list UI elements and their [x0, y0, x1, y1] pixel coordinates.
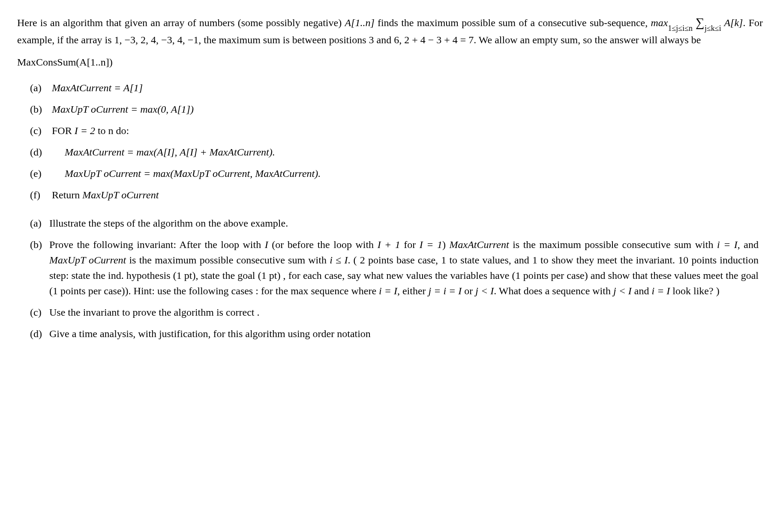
question-text: Prove the following invariant: After the…: [49, 237, 759, 299]
question-label: (b): [30, 237, 49, 252]
algo-step-b: (b) MaxUpT oCurrent = max(0, A[1]): [30, 102, 763, 117]
step-label: (a): [30, 80, 49, 96]
algo-step-a: (a) MaxAtCurrent = A[1]: [30, 80, 763, 96]
step-label: (d): [30, 144, 49, 160]
intro-sum-sub: j≤k≤i: [705, 24, 721, 33]
step-text: MaxAtCurrent = A[1]: [52, 82, 143, 93]
sigma-icon: ∑: [696, 15, 705, 29]
step-label: (b): [30, 102, 49, 117]
question-d: (d)Give a time analysis, with justificat…: [30, 326, 763, 341]
question-a: (a)Illustrate the steps of the algorithm…: [30, 215, 763, 231]
question-label: (d): [30, 326, 49, 341]
step-text: MaxUpT oCurrent = max(MaxUpT oCurrent, M…: [52, 168, 321, 179]
intro-max-sub: 1≤j≤i≤n: [668, 24, 693, 33]
step-label: (c): [30, 123, 49, 138]
question-text: Use the invariant to prove the algorithm…: [49, 305, 759, 320]
algo-step-c: (c) FOR I = 2 to n do:: [30, 123, 763, 138]
step-text-post: to n do:: [95, 125, 129, 136]
questions: (a)Illustrate the steps of the algorithm…: [17, 215, 763, 341]
intro-array: A[1..n]: [345, 17, 374, 28]
intro-ak: A[k]: [721, 17, 743, 28]
intro-max-prefix: max: [651, 17, 668, 28]
step-text-var: MaxUpT oCurrent: [82, 189, 159, 200]
step-text-pre: Return: [52, 189, 82, 200]
function-name: MaxConsSum(A[1..n]): [17, 54, 763, 70]
algorithm-steps: (a) MaxAtCurrent = A[1] (b) MaxUpT oCurr…: [17, 80, 763, 203]
step-text: MaxUpT oCurrent = max(0, A[1]): [52, 104, 194, 115]
algo-step-e: (e) MaxUpT oCurrent = max(MaxUpT oCurren…: [30, 166, 763, 181]
question-c: (c)Use the invariant to prove the algori…: [30, 305, 763, 320]
question-text: Give a time analysis, with justification…: [49, 326, 759, 341]
question-text: Illustrate the steps of the algorithm on…: [49, 215, 759, 231]
step-text-pre: FOR: [52, 125, 75, 136]
step-label: (e): [30, 166, 49, 181]
intro-text-2: finds the maximum possible sum of a cons…: [375, 17, 651, 28]
step-text-mid: I = 2: [75, 125, 95, 136]
algo-step-d: (d) MaxAtCurrent = max(A[I], A[I] + MaxA…: [30, 144, 763, 160]
question-label: (c): [30, 305, 49, 320]
step-label: (f): [30, 187, 49, 203]
intro-text-1: Here is an algorithm that given an array…: [17, 17, 345, 28]
question-b: (b)Prove the following invariant: After …: [30, 237, 763, 299]
algo-step-f: (f) Return MaxUpT oCurrent: [30, 187, 763, 203]
problem-intro: Here is an algorithm that given an array…: [17, 13, 763, 48]
question-label: (a): [30, 215, 49, 231]
step-text: MaxAtCurrent = max(A[I], A[I] + MaxAtCur…: [52, 146, 275, 158]
